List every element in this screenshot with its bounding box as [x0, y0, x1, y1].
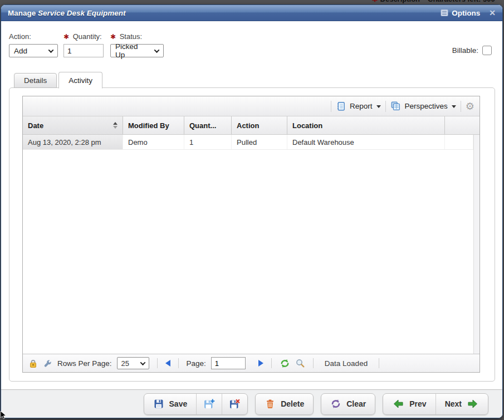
- dialog-titlebar[interactable]: Manage Service Desk Equipment Options ✕: [1, 5, 502, 21]
- save-close-icon: [229, 398, 241, 410]
- column-header-modified-by[interactable]: Modified By: [123, 116, 184, 134]
- sort-icon: [113, 122, 118, 129]
- perspectives-icon: [390, 101, 401, 111]
- previous-page-icon[interactable]: [165, 360, 170, 367]
- grid-toolbar: Report Perspectiv: [23, 96, 479, 116]
- chevron-down-icon: [48, 47, 54, 53]
- refresh-icon[interactable]: [280, 358, 290, 369]
- dialog-content: Action: Add ✱ Quantity: ✱ Status: Picked…: [1, 21, 502, 389]
- chevron-down-icon: [154, 47, 160, 53]
- save-and-close-button[interactable]: [222, 394, 247, 414]
- save-icon: [153, 398, 164, 409]
- arrow-right-icon: [467, 398, 479, 409]
- grid-header-row: Date Modified By Quant... Action: [23, 116, 479, 135]
- toolbar-separator: [385, 101, 386, 112]
- options-label: Options: [452, 9, 480, 17]
- activity-tab-panel: Report Perspectiv: [9, 87, 495, 382]
- clear-refresh-icon: [330, 398, 341, 409]
- chevron-down-icon: [376, 105, 381, 110]
- perspectives-button[interactable]: Perspectives: [390, 101, 456, 111]
- save-button-group: Save: [144, 393, 248, 415]
- save-and-new-button[interactable]: [196, 394, 222, 414]
- column-header-action[interactable]: Action: [232, 116, 287, 134]
- action-label: Action:: [9, 32, 58, 41]
- status-field: ✱ Status: Picked Up: [110, 32, 164, 57]
- report-icon: [336, 101, 346, 111]
- cell-date: Aug 13, 2020, 2:28 pm: [23, 135, 123, 149]
- pager-separator: [313, 358, 314, 368]
- mouse-cursor: [0, 411, 7, 420]
- tab-bar: Details Activity: [9, 72, 495, 88]
- close-icon[interactable]: ✕: [489, 9, 496, 17]
- gear-icon[interactable]: ⚙: [466, 101, 474, 111]
- page-label: Page:: [187, 359, 206, 368]
- table-row[interactable]: Aug 13, 2020, 2:28 pm Demo 1 Pulled Defa…: [23, 135, 473, 150]
- required-mark: ✱: [63, 33, 69, 41]
- save-plus-icon: [203, 398, 215, 410]
- cell-modified-by: Demo: [123, 135, 184, 149]
- lock-icon[interactable]: [28, 359, 38, 368]
- quantity-label: ✱ Quantity:: [63, 32, 104, 41]
- status-label: ✱ Status:: [110, 32, 164, 41]
- grid-pager: Rows Per Page: 25 Page:: [23, 354, 479, 372]
- chevron-down-icon: [140, 360, 145, 365]
- column-header-date[interactable]: Date: [23, 116, 123, 134]
- page-number-input[interactable]: [211, 357, 246, 369]
- column-header-filler: [445, 116, 479, 134]
- status-select[interactable]: Picked Up: [110, 44, 164, 57]
- save-button[interactable]: Save: [144, 394, 197, 414]
- dialog-footer: Save: [1, 389, 502, 418]
- grid-status-text: Data Loaded: [321, 359, 371, 368]
- cell-action: Pulled: [232, 135, 287, 149]
- vertical-scrollbar[interactable]: [473, 135, 479, 354]
- pager-separator: [178, 358, 179, 368]
- search-icon[interactable]: [295, 358, 305, 368]
- arrow-left-icon: [392, 398, 404, 409]
- prev-next-button-group: Prev Next: [383, 393, 488, 415]
- delete-button-group: Delete: [255, 393, 314, 415]
- quantity-input[interactable]: [63, 44, 104, 57]
- clear-button[interactable]: Clear: [321, 394, 375, 414]
- toolbar-separator: [331, 101, 331, 112]
- trash-icon: [265, 398, 276, 409]
- pager-separator: [379, 358, 379, 368]
- options-list-icon: [441, 9, 448, 17]
- cell-location: Default Warehouse: [287, 135, 445, 149]
- action-field: Action: Add: [9, 32, 58, 57]
- action-select[interactable]: Add: [9, 44, 58, 57]
- tab-activity[interactable]: Activity: [58, 72, 102, 89]
- delete-button[interactable]: Delete: [256, 394, 313, 414]
- tab-container: Details Activity: [9, 72, 495, 382]
- cell-quantity: 1: [184, 135, 232, 149]
- report-button[interactable]: Report: [336, 101, 381, 111]
- next-button[interactable]: Next: [436, 394, 488, 414]
- dialog-title: Manage Service Desk Equipment: [8, 9, 126, 17]
- billable-checkbox[interactable]: [482, 46, 492, 55]
- chevron-down-icon: [452, 105, 456, 110]
- background-text-fragment: Characters left: 500: [428, 0, 495, 3]
- pager-separator: [271, 358, 272, 368]
- next-page-icon[interactable]: [258, 360, 263, 367]
- tab-details[interactable]: Details: [14, 73, 57, 88]
- column-header-location[interactable]: Location: [287, 116, 445, 134]
- pager-separator: [157, 358, 158, 368]
- wrench-icon[interactable]: [43, 359, 52, 368]
- options-button[interactable]: Options: [441, 9, 480, 17]
- activity-grid: Report Perspectiv: [22, 96, 480, 373]
- rows-per-page-label: Rows Per Page:: [57, 359, 112, 368]
- toolbar-separator: [461, 101, 461, 112]
- prev-button[interactable]: Prev: [383, 394, 435, 414]
- clear-button-group: Clear: [321, 393, 375, 415]
- manage-equipment-dialog: Manage Service Desk Equipment Options ✕ …: [1, 4, 503, 418]
- column-header-quantity[interactable]: Quant...: [184, 116, 232, 134]
- quantity-field: ✱ Quantity:: [63, 32, 104, 57]
- billable-field: Billable:: [452, 46, 492, 55]
- billable-label: Billable:: [452, 46, 478, 55]
- grid-body: Aug 13, 2020, 2:28 pm Demo 1 Pulled Defa…: [23, 135, 479, 354]
- cell-filler: [445, 135, 473, 149]
- background-text-fragment: ✱ Description: [372, 0, 420, 3]
- rows-per-page-select[interactable]: 25: [117, 357, 149, 369]
- required-mark: ✱: [110, 33, 116, 41]
